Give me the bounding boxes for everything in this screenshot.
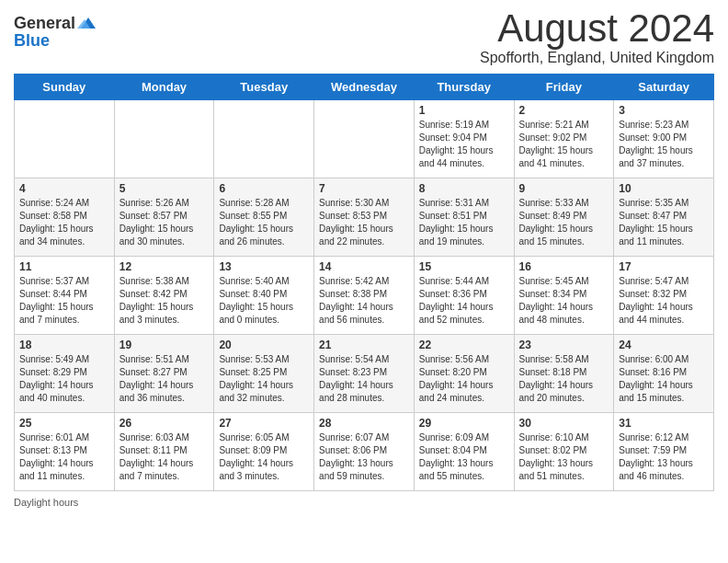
day-cell: 27 Sunrise: 6:05 AM Sunset: 8:09 PM Dayl… — [214, 413, 314, 491]
day-number: 17 — [619, 260, 709, 273]
day-info: Sunrise: 5:31 AM Sunset: 8:51 PM Dayligh… — [419, 197, 509, 248]
day-info: Sunrise: 5:42 AM Sunset: 8:38 PM Dayligh… — [319, 275, 409, 327]
day-number: 30 — [519, 417, 609, 430]
weekday-saturday: Saturday — [614, 75, 714, 100]
logo-general: General — [14, 14, 75, 33]
day-info: Sunrise: 5:40 AM Sunset: 8:40 PM Dayligh… — [219, 275, 309, 327]
day-info: Sunrise: 6:07 AM Sunset: 8:06 PM Dayligh… — [319, 431, 409, 483]
day-cell: 11 Sunrise: 5:37 AM Sunset: 8:44 PM Dayl… — [15, 257, 115, 335]
weekday-tuesday: Tuesday — [214, 75, 314, 100]
month-title: August 2024 — [480, 9, 714, 48]
day-number: 3 — [619, 104, 709, 117]
day-cell: 18 Sunrise: 5:49 AM Sunset: 8:29 PM Dayl… — [15, 335, 115, 413]
day-info: Sunrise: 5:38 AM Sunset: 8:42 PM Dayligh… — [119, 275, 210, 327]
day-cell: 3 Sunrise: 5:23 AM Sunset: 9:00 PM Dayli… — [614, 100, 714, 178]
day-number: 27 — [219, 417, 309, 430]
day-number: 20 — [219, 339, 309, 351]
day-number: 28 — [319, 417, 409, 430]
day-cell: 17 Sunrise: 5:47 AM Sunset: 8:32 PM Dayl… — [614, 257, 714, 335]
day-cell: 9 Sunrise: 5:33 AM Sunset: 8:49 PM Dayli… — [514, 178, 614, 257]
day-cell — [314, 100, 415, 178]
day-number: 18 — [19, 339, 109, 351]
weekday-sunday: Sunday — [15, 75, 115, 100]
day-number: 16 — [519, 260, 609, 273]
day-cell: 20 Sunrise: 5:53 AM Sunset: 8:25 PM Dayl… — [214, 335, 314, 413]
day-number: 11 — [19, 260, 109, 273]
logo-icon — [77, 16, 97, 32]
day-cell — [214, 100, 314, 178]
day-cell — [114, 100, 214, 178]
day-cell: 7 Sunrise: 5:30 AM Sunset: 8:53 PM Dayli… — [314, 178, 415, 257]
day-info: Sunrise: 6:10 AM Sunset: 8:02 PM Dayligh… — [519, 431, 609, 483]
logo: General Blue — [14, 14, 97, 51]
location-title: Spofforth, England, United Kingdom — [480, 50, 714, 66]
day-cell: 31 Sunrise: 6:12 AM Sunset: 7:59 PM Dayl… — [614, 413, 714, 491]
day-number: 26 — [119, 417, 210, 430]
weekday-header-row: SundayMondayTuesdayWednesdayThursdayFrid… — [15, 75, 714, 100]
day-number: 31 — [619, 417, 709, 430]
day-cell: 15 Sunrise: 5:44 AM Sunset: 8:36 PM Dayl… — [414, 257, 514, 335]
day-info: Sunrise: 5:37 AM Sunset: 8:44 PM Dayligh… — [19, 275, 109, 327]
day-cell: 22 Sunrise: 5:56 AM Sunset: 8:20 PM Dayl… — [414, 335, 514, 413]
day-info: Sunrise: 5:28 AM Sunset: 8:55 PM Dayligh… — [219, 197, 309, 248]
header: General Blue August 2024 Spofforth, Engl… — [14, 9, 714, 66]
day-info: Sunrise: 5:33 AM Sunset: 8:49 PM Dayligh… — [519, 197, 609, 248]
day-info: Sunrise: 6:12 AM Sunset: 7:59 PM Dayligh… — [619, 431, 709, 483]
day-number: 9 — [519, 182, 609, 195]
day-info: Sunrise: 5:23 AM Sunset: 9:00 PM Dayligh… — [619, 119, 709, 170]
day-number: 4 — [19, 182, 109, 195]
footer: Daylight hours — [14, 497, 714, 508]
day-number: 22 — [419, 339, 509, 351]
day-number: 5 — [119, 182, 210, 195]
day-info: Sunrise: 5:53 AM Sunset: 8:25 PM Dayligh… — [219, 353, 309, 405]
day-info: Sunrise: 5:30 AM Sunset: 8:53 PM Dayligh… — [319, 197, 409, 248]
day-cell: 24 Sunrise: 6:00 AM Sunset: 8:16 PM Dayl… — [614, 335, 714, 413]
day-info: Sunrise: 5:21 AM Sunset: 9:02 PM Dayligh… — [519, 119, 609, 170]
day-number: 2 — [519, 104, 609, 117]
day-cell: 30 Sunrise: 6:10 AM Sunset: 8:02 PM Dayl… — [514, 413, 614, 491]
day-number: 1 — [419, 104, 509, 117]
day-info: Sunrise: 5:56 AM Sunset: 8:20 PM Dayligh… — [419, 353, 509, 405]
day-number: 24 — [619, 339, 709, 351]
day-info: Sunrise: 6:05 AM Sunset: 8:09 PM Dayligh… — [219, 431, 309, 483]
weekday-friday: Friday — [514, 75, 614, 100]
day-cell: 19 Sunrise: 5:51 AM Sunset: 8:27 PM Dayl… — [114, 335, 214, 413]
day-info: Sunrise: 5:54 AM Sunset: 8:23 PM Dayligh… — [319, 353, 409, 405]
day-info: Sunrise: 6:03 AM Sunset: 8:11 PM Dayligh… — [119, 431, 210, 483]
day-number: 14 — [319, 260, 409, 273]
day-info: Sunrise: 5:51 AM Sunset: 8:27 PM Dayligh… — [119, 353, 210, 405]
day-info: Sunrise: 6:09 AM Sunset: 8:04 PM Dayligh… — [419, 431, 509, 483]
day-cell — [15, 100, 115, 178]
day-number: 25 — [19, 417, 109, 430]
week-row-1: 1 Sunrise: 5:19 AM Sunset: 9:04 PM Dayli… — [15, 100, 714, 178]
day-number: 21 — [319, 339, 409, 351]
day-cell: 23 Sunrise: 5:58 AM Sunset: 8:18 PM Dayl… — [514, 335, 614, 413]
day-cell: 4 Sunrise: 5:24 AM Sunset: 8:58 PM Dayli… — [15, 178, 115, 257]
day-number: 13 — [219, 260, 309, 273]
day-info: Sunrise: 5:58 AM Sunset: 8:18 PM Dayligh… — [519, 353, 609, 405]
day-cell: 26 Sunrise: 6:03 AM Sunset: 8:11 PM Dayl… — [114, 413, 214, 491]
day-number: 29 — [419, 417, 509, 430]
day-info: Sunrise: 5:35 AM Sunset: 8:47 PM Dayligh… — [619, 197, 709, 248]
day-cell: 21 Sunrise: 5:54 AM Sunset: 8:23 PM Dayl… — [314, 335, 415, 413]
week-row-3: 11 Sunrise: 5:37 AM Sunset: 8:44 PM Dayl… — [15, 257, 714, 335]
day-cell: 28 Sunrise: 6:07 AM Sunset: 8:06 PM Dayl… — [314, 413, 415, 491]
day-cell: 5 Sunrise: 5:26 AM Sunset: 8:57 PM Dayli… — [114, 178, 214, 257]
day-info: Sunrise: 5:45 AM Sunset: 8:34 PM Dayligh… — [519, 275, 609, 327]
weekday-monday: Monday — [114, 75, 214, 100]
day-info: Sunrise: 5:19 AM Sunset: 9:04 PM Dayligh… — [419, 119, 509, 170]
day-info: Sunrise: 5:49 AM Sunset: 8:29 PM Dayligh… — [19, 353, 109, 405]
calendar-table: SundayMondayTuesdayWednesdayThursdayFrid… — [14, 74, 714, 491]
day-cell: 1 Sunrise: 5:19 AM Sunset: 9:04 PM Dayli… — [414, 100, 514, 178]
day-number: 12 — [119, 260, 210, 273]
day-number: 23 — [519, 339, 609, 351]
day-number: 7 — [319, 182, 409, 195]
day-number: 19 — [119, 339, 210, 351]
week-row-2: 4 Sunrise: 5:24 AM Sunset: 8:58 PM Dayli… — [15, 178, 714, 257]
day-cell: 14 Sunrise: 5:42 AM Sunset: 8:38 PM Dayl… — [314, 257, 415, 335]
weekday-thursday: Thursday — [414, 75, 514, 100]
day-cell: 10 Sunrise: 5:35 AM Sunset: 8:47 PM Dayl… — [614, 178, 714, 257]
day-cell: 25 Sunrise: 6:01 AM Sunset: 8:13 PM Dayl… — [15, 413, 115, 491]
day-info: Sunrise: 5:44 AM Sunset: 8:36 PM Dayligh… — [419, 275, 509, 327]
week-row-5: 25 Sunrise: 6:01 AM Sunset: 8:13 PM Dayl… — [15, 413, 714, 491]
